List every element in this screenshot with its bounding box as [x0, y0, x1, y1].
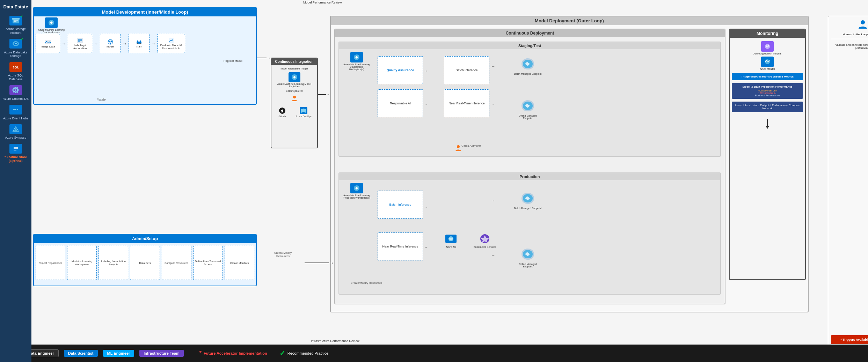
- azure-datalake-icon-container: ✓: [9, 38, 23, 50]
- svg-rect-20: [14, 147, 18, 148]
- triggers-label: * Triggers Availability Latency: [840, 338, 868, 341]
- triggers-box: * Triggers Availability Latency: [831, 335, 868, 344]
- right-panel-divider: [831, 39, 868, 39]
- sidebar-item-datalake[interactable]: ✓ Azure Data Lake Storage: [2, 38, 30, 58]
- near-realtime-prod-box: Near Real-Time Inference: [378, 232, 423, 260]
- admin-header: Admin/Setup: [34, 235, 256, 243]
- train-box: Train: [129, 34, 149, 53]
- devops-label: Azure DevOps: [296, 115, 312, 118]
- iterate-label: Iterate: [97, 98, 106, 101]
- realtime-endpoint-prod-arrow: →: [491, 253, 495, 258]
- staging-header: Staging/Test: [339, 42, 720, 49]
- ml-workspaces-label: Machine Learning Workspaces: [69, 260, 95, 266]
- legend-ml-engineer: ML Engineer: [103, 350, 134, 357]
- validate-annotate: Validate and annotate new images with po…: [831, 42, 868, 51]
- sidebar-label-synapse: Azure Synapse: [5, 136, 26, 140]
- batch-inference-prod-box: Batch Inference: [378, 191, 423, 219]
- sidebar-item-eventhubs[interactable]: Azure Event Hubs: [2, 104, 30, 120]
- sidebar-label-sql: Azure SQL Database: [2, 74, 30, 81]
- app-insights-section: Azure Application Insights: [731, 41, 803, 55]
- sidebar-label-featurestore: * Feature Store (Optional): [5, 155, 27, 163]
- datasets-label: Data Sets: [139, 261, 151, 265]
- content-area: Model Performance Review Model Developme…: [31, 0, 868, 362]
- legend-ds-label: Data Scientist: [68, 351, 94, 355]
- svg-point-12: [15, 89, 16, 91]
- responsible-ai-label: * Responsible AI: [734, 92, 801, 94]
- datalake-check: ✓: [20, 37, 23, 42]
- sidebar-title: Data Estate: [2, 3, 30, 11]
- aml-dev-workspace: Azure Machine Learning Dev Workspace: [37, 17, 65, 34]
- admin-items: Project Repositories Machine Learning Wo…: [34, 243, 256, 283]
- ml-workspaces-box: Machine Learning Workspaces: [67, 246, 97, 280]
- svg-point-54: [765, 59, 770, 64]
- cd-box: Continuous Deployment Staging/Test Azure…: [334, 29, 725, 304]
- evaluate-box: Evaluate Model & Responsible AI: [157, 34, 185, 53]
- sidebar-item-synapse[interactable]: Azure Synapse: [2, 123, 30, 140]
- legend-data-engineer: Data Engineer: [31, 349, 59, 357]
- qa-arrow: →: [424, 68, 428, 73]
- image-data-label: Image Data: [41, 45, 55, 48]
- sidebar-label-cosmos: Azure Cosmos DB: [3, 97, 29, 101]
- app-insights-icon: [761, 41, 774, 52]
- sidebar-item-storage[interactable]: ✓ Azure Storage Account: [2, 14, 30, 35]
- ci-to-deploy-arrow: →: [318, 93, 330, 97]
- model-dev-header: Model Development (Inner/Middle Loop): [34, 8, 256, 16]
- svg-point-57: [861, 20, 865, 24]
- model-performance-box: Model & Data Prediction Performance * Da…: [732, 83, 803, 99]
- production-header: Production: [339, 173, 720, 180]
- admin-to-deploy-arrow: →: [305, 260, 334, 266]
- svg-point-48: [457, 145, 460, 148]
- sidebar-item-sql[interactable]: SQL Azure SQL Database: [2, 61, 30, 81]
- svg-rect-22: [14, 150, 16, 150]
- batch-managed-prod: Batch Managed Endpoint: [514, 191, 542, 209]
- right-panel: Human in the Loop Evaluation Validate an…: [828, 16, 868, 347]
- top-review-label: Model Performance Review: [303, 1, 342, 4]
- azure-infrastructure-box: Azure Infrastructure Endpoint Performanc…: [732, 102, 803, 112]
- create-resources-label: Create/Modify Resources: [345, 281, 387, 285]
- online-managed-staging-label: Online Managed Endpoint: [514, 114, 542, 119]
- near-realtime-staging-label: Near Real-Time Inference: [448, 102, 484, 105]
- prod-workspace-label: Azure Machine Learning Production Worksp…: [343, 194, 371, 199]
- azure-arc: Azure Arc: [444, 232, 458, 248]
- sidebar-item-cosmos[interactable]: Azure Cosmos DB: [2, 84, 30, 101]
- svg-marker-56: [766, 126, 769, 129]
- image-data-box: Image Data: [36, 34, 60, 53]
- svg-point-15: [15, 109, 16, 110]
- batch-managed-prod-label: Batch Managed Endpoint: [514, 207, 542, 209]
- svg-point-6: [15, 43, 17, 44]
- compute-resources-box: Compute Resources: [162, 246, 191, 280]
- batch-inference-staging-label: Batch Inference: [455, 68, 477, 72]
- legend-infra-team: Infrastructure Team: [139, 350, 184, 357]
- staging-box: Staging/Test Azure Machine Learning Stag…: [338, 42, 721, 157]
- azure-synapse-icon-container: [9, 123, 23, 135]
- sidebar-item-featurestore[interactable]: * Feature Store (Optional): [2, 142, 30, 163]
- deployment-outer-box: Model Deployment (Outer Loop) Continuous…: [330, 16, 809, 312]
- human-loop-person-icon: [857, 19, 868, 31]
- dev-to-ci-arrow: →: [257, 56, 271, 60]
- labeling-box: Labeling / Annotation: [68, 34, 92, 53]
- ci-header: Continuous Integration: [271, 58, 317, 65]
- create-modify-label: Create/ModifyResources: [262, 251, 304, 258]
- storage-check: ✓: [20, 14, 23, 19]
- online-managed-staging: Online Managed Endpoint: [514, 98, 542, 119]
- app-insights-label: Azure Application Insights: [753, 52, 781, 55]
- responsible-ai-staging-label: Responsible AI: [390, 102, 411, 105]
- labeling-label: Labeling / Annotation: [70, 44, 90, 50]
- labeling-projects-box: Labeling / Annotation Projects: [99, 246, 128, 280]
- create-monitors-box: Create Monitors: [225, 246, 254, 280]
- svg-point-41: [140, 43, 141, 44]
- evaluate-label: Evaluate Model & Responsible AI: [159, 44, 183, 50]
- staging-workspace: Azure Machine Learning Staging/Test Work…: [343, 52, 371, 71]
- train-label: Train: [136, 45, 142, 48]
- svg-text:SQL: SQL: [13, 66, 19, 69]
- svg-rect-2: [14, 20, 18, 21]
- datasets-box: Data Sets: [130, 246, 160, 280]
- recommended-label: Recommended Practice: [287, 351, 328, 355]
- azure-infrastructure-label: Azure Infrastructure Endpoint Performanc…: [735, 104, 800, 110]
- batch-to-endpoint-arrow-staging: →: [491, 64, 495, 69]
- github-icon: [277, 106, 287, 115]
- quality-assurance-label: Quality Assurance: [387, 68, 414, 72]
- ci-gated-approval: Gated Approval: [271, 89, 317, 93]
- github-label: Github: [279, 115, 286, 118]
- model-box: Model: [100, 34, 121, 53]
